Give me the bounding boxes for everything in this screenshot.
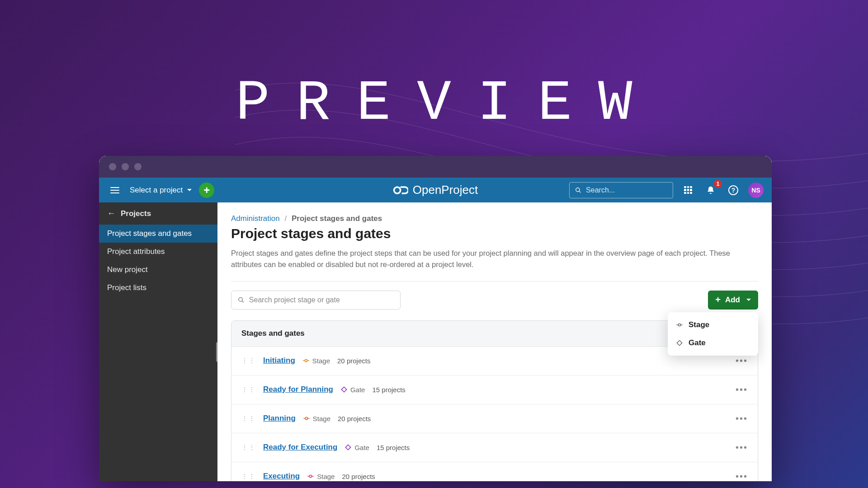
traffic-light-close[interactable] <box>109 163 116 170</box>
row-name-link[interactable]: Initiating <box>263 356 295 365</box>
search-icon <box>575 187 581 194</box>
sidebar-back[interactable]: Projects <box>99 202 217 225</box>
brand-logo-icon <box>393 183 408 198</box>
row-name-link[interactable]: Planning <box>263 414 296 423</box>
sidebar-item[interactable]: Project lists <box>99 279 217 297</box>
add-menu-item-label: Stage <box>689 320 709 329</box>
svg-point-10 <box>305 359 307 361</box>
row-more-button[interactable]: ••• <box>736 442 748 453</box>
sidebar-item[interactable]: Project attributes <box>99 243 217 261</box>
global-add-button[interactable] <box>199 183 214 198</box>
add-button[interactable]: Add StageGate <box>708 291 758 310</box>
gate-icon <box>676 339 683 347</box>
notification-badge: 1 <box>714 180 722 188</box>
row-projects-count: 20 projects <box>337 357 370 365</box>
user-avatar[interactable]: NS <box>748 183 764 198</box>
global-search[interactable] <box>569 182 673 198</box>
row-more-button[interactable]: ••• <box>736 413 748 424</box>
row-more-button[interactable]: ••• <box>736 385 748 395</box>
apps-grid-button[interactable] <box>680 183 696 198</box>
row-projects-count: 15 projects <box>372 386 405 394</box>
top-bar: Select a project OpenProject 1 <box>99 178 772 202</box>
divider <box>231 281 758 282</box>
breadcrumb-current: Project stages and gates <box>292 214 382 223</box>
promo-backdrop: PREVIEW Select a project OpenProject <box>0 0 868 488</box>
page-description: Project stages and gates define the proj… <box>231 248 758 270</box>
plus-icon <box>203 185 210 196</box>
list-row: ⋮⋮Ready for ExecutingGate15 projects••• <box>231 433 758 462</box>
row-name-link[interactable]: Executing <box>263 472 300 481</box>
stage-icon <box>303 415 310 422</box>
hamburger-icon <box>110 187 119 193</box>
chevron-down-icon <box>187 189 192 191</box>
grid-icon <box>684 186 692 194</box>
row-type-label: Stage <box>313 415 330 422</box>
svg-point-6 <box>678 324 680 326</box>
chevron-down-icon <box>746 299 751 301</box>
svg-line-2 <box>579 191 581 192</box>
row-type: Gate <box>344 444 369 451</box>
breadcrumb-separator: / <box>284 214 287 223</box>
svg-rect-8 <box>677 340 682 345</box>
drag-handle-icon[interactable]: ⋮⋮ <box>241 473 256 479</box>
row-more-button[interactable]: ••• <box>736 356 748 366</box>
traffic-light-zoom[interactable] <box>134 163 142 170</box>
svg-point-0 <box>394 187 401 193</box>
svg-rect-16 <box>346 445 351 450</box>
notifications-button[interactable]: 1 <box>703 183 718 198</box>
drag-handle-icon[interactable]: ⋮⋮ <box>241 415 256 422</box>
row-type-label: Gate <box>354 444 369 451</box>
plus-icon <box>715 295 721 305</box>
sidebar: Projects Project stages and gatesProject… <box>99 202 217 481</box>
add-menu-item-stage[interactable]: Stage <box>668 316 758 334</box>
traffic-lights <box>109 163 142 170</box>
main-content: Administration / Project stages and gate… <box>217 202 772 481</box>
brand-name: OpenProject <box>413 183 478 197</box>
bell-icon <box>706 186 715 195</box>
row-more-button[interactable]: ••• <box>736 471 748 482</box>
gate-icon <box>340 386 348 393</box>
sidebar-item[interactable]: Project stages and gates <box>99 225 217 243</box>
arrow-left-icon <box>107 209 115 218</box>
help-icon: ? <box>728 185 738 195</box>
row-type: Stage <box>303 415 330 422</box>
brand: OpenProject <box>393 183 478 198</box>
page-title: Project stages and gates <box>231 226 758 241</box>
filter-box[interactable] <box>231 291 401 310</box>
svg-point-14 <box>305 417 307 419</box>
row-type: Stage <box>302 357 330 365</box>
row-name-link[interactable]: Ready for Planning <box>263 385 333 394</box>
add-menu-item-gate[interactable]: Gate <box>668 334 758 352</box>
row-type-label: Stage <box>317 473 335 480</box>
traffic-light-minimize[interactable] <box>122 163 129 170</box>
svg-point-18 <box>310 475 312 477</box>
svg-rect-12 <box>341 387 346 392</box>
row-projects-count: 15 projects <box>377 444 410 451</box>
app-window: Select a project OpenProject 1 <box>99 156 772 481</box>
global-search-input[interactable] <box>586 186 667 194</box>
row-projects-count: 20 projects <box>338 415 371 422</box>
filter-input[interactable] <box>249 296 394 304</box>
drag-handle-icon[interactable]: ⋮⋮ <box>241 386 256 393</box>
sidebar-back-label: Projects <box>121 209 151 218</box>
help-button[interactable]: ? <box>726 183 741 198</box>
gate-icon <box>344 444 352 451</box>
drag-handle-icon[interactable]: ⋮⋮ <box>241 444 256 450</box>
row-type-label: Gate <box>350 386 365 394</box>
drag-handle-icon[interactable]: ⋮⋮ <box>241 357 256 364</box>
stage-icon <box>676 321 683 328</box>
row-type: Gate <box>340 386 365 394</box>
breadcrumb: Administration / Project stages and gate… <box>231 214 758 223</box>
breadcrumb-root[interactable]: Administration <box>231 214 280 223</box>
row-name-link[interactable]: Ready for Executing <box>263 443 337 452</box>
project-selector[interactable]: Select a project <box>130 186 192 195</box>
svg-line-4 <box>242 300 244 302</box>
svg-point-1 <box>576 188 580 191</box>
search-icon <box>238 296 245 304</box>
sidebar-item[interactable]: New project <box>99 261 217 279</box>
stage-icon <box>307 473 314 480</box>
row-projects-count: 20 projects <box>342 473 375 480</box>
list-row: ⋮⋮Ready for PlanningGate15 projects••• <box>231 375 758 404</box>
menu-toggle[interactable] <box>107 183 123 198</box>
window-titlebar <box>99 156 772 178</box>
